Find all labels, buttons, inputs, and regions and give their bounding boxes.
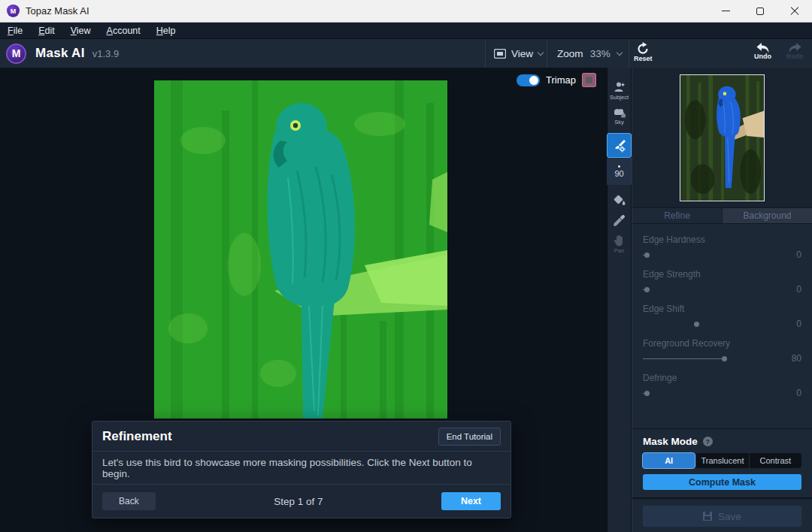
save-button[interactable]: Save bbox=[643, 506, 801, 527]
slider-knob[interactable] bbox=[722, 356, 727, 361]
header-divider bbox=[629, 39, 629, 68]
canvas-image-trimap-parrot[interactable] bbox=[154, 80, 447, 419]
menu-view[interactable]: View bbox=[71, 26, 91, 36]
undo-label: Undo bbox=[754, 53, 771, 60]
trimap-toggle[interactable] bbox=[517, 74, 540, 86]
slider-foreground-recovery: Foreground Recovery 80 bbox=[643, 338, 801, 364]
slider-value: 0 bbox=[782, 284, 801, 295]
sky-tool-button[interactable]: Sky bbox=[607, 108, 632, 125]
tutorial-dialog: Refinement End Tutorial Let's use this b… bbox=[92, 421, 511, 518]
tutorial-body-text: Let's use this bird to showcase more mas… bbox=[92, 452, 511, 485]
title-bar: M Topaz Mask AI bbox=[0, 0, 812, 23]
mask-mode-segmented-control: AI Translucent Contrast bbox=[643, 453, 801, 468]
zoom-dropdown[interactable]: Zoom 33% bbox=[557, 39, 622, 68]
trimap-control: Trimap bbox=[515, 71, 598, 89]
brush-tool-button[interactable] bbox=[607, 133, 632, 158]
menu-help[interactable]: Help bbox=[156, 26, 176, 36]
slider-value: 0 bbox=[782, 249, 801, 260]
undo-icon bbox=[755, 42, 771, 53]
slider-track[interactable] bbox=[643, 322, 770, 327]
tab-refine[interactable]: Refine bbox=[632, 208, 723, 223]
slider-value: 0 bbox=[782, 319, 801, 329]
reset-icon bbox=[636, 42, 650, 56]
header-divider bbox=[485, 39, 486, 68]
slider-track[interactable] bbox=[643, 287, 770, 292]
tutorial-footer: Back Step 1 of 7 Next bbox=[92, 485, 511, 518]
paint-bucket-icon bbox=[613, 194, 626, 207]
slider-knob[interactable] bbox=[644, 252, 650, 258]
tutorial-title: Refinement bbox=[102, 429, 172, 444]
back-button[interactable]: Back bbox=[102, 492, 156, 510]
maximize-icon bbox=[756, 8, 764, 15]
panel-tabs: Refine Background bbox=[632, 207, 812, 224]
pan-tool-button[interactable]: Pan bbox=[607, 234, 632, 254]
mask-mode-title: Mask Mode bbox=[643, 436, 698, 447]
right-panel: Refine Background Edge Hardness 0 Edge S bbox=[632, 68, 812, 532]
save-disk-icon bbox=[703, 512, 712, 521]
slider-knob[interactable] bbox=[644, 287, 650, 292]
brush-settings-icon bbox=[613, 139, 626, 153]
menu-account[interactable]: Account bbox=[107, 26, 141, 36]
end-tutorial-button[interactable]: End Tutorial bbox=[438, 428, 501, 446]
menu-file[interactable]: File bbox=[8, 26, 23, 36]
slider-track[interactable] bbox=[643, 391, 770, 396]
compute-mask-button[interactable]: Compute Mask bbox=[643, 474, 801, 490]
minimize-button[interactable] bbox=[708, 0, 743, 22]
minimize-icon bbox=[722, 11, 730, 11]
view-dropdown[interactable]: View bbox=[494, 39, 543, 68]
sky-tool-label: Sky bbox=[614, 119, 624, 125]
undo-button[interactable]: Undo bbox=[754, 42, 771, 60]
preview-thumbnail-parrot[interactable] bbox=[680, 74, 765, 201]
slider-track[interactable] bbox=[643, 356, 770, 361]
maskai-logo-icon: M bbox=[6, 44, 26, 64]
mask-mode-ai[interactable]: AI bbox=[642, 452, 695, 469]
tab-background[interactable]: Background bbox=[723, 208, 812, 223]
slider-label: Defringe bbox=[643, 373, 801, 383]
tool-strip: Subject Sky bbox=[607, 68, 632, 532]
subject-tool-button[interactable]: Subject bbox=[607, 81, 632, 101]
zoom-label: Zoom bbox=[557, 48, 583, 59]
pan-hand-icon bbox=[614, 234, 625, 246]
mask-mode-translucent[interactable]: Translucent bbox=[695, 453, 748, 468]
header-divider bbox=[547, 39, 547, 68]
reset-button[interactable]: Reset bbox=[634, 42, 653, 62]
maximize-button[interactable] bbox=[743, 0, 777, 22]
app-name: Mask AI bbox=[35, 46, 85, 61]
redo-button[interactable]: Redo bbox=[786, 42, 804, 60]
view-mode-icon bbox=[494, 49, 506, 59]
brush-size-value: 90 bbox=[614, 169, 623, 178]
slider-knob[interactable] bbox=[644, 391, 650, 396]
fill-bucket-tool-button[interactable] bbox=[607, 194, 632, 207]
help-icon[interactable]: ? bbox=[703, 437, 713, 446]
slider-knob[interactable] bbox=[694, 322, 699, 327]
brush-size-indicator[interactable]: 90 bbox=[607, 158, 632, 185]
mask-mode-section: Mask Mode ? AI Translucent Contrast Comp… bbox=[632, 428, 812, 497]
slider-value: 80 bbox=[782, 353, 801, 364]
subject-person-icon bbox=[614, 81, 626, 93]
slider-track[interactable] bbox=[643, 252, 770, 258]
slider-label: Edge Strength bbox=[643, 269, 801, 280]
slider-label: Edge Hardness bbox=[643, 234, 801, 245]
menu-edit[interactable]: Edit bbox=[38, 26, 55, 36]
close-button[interactable] bbox=[777, 0, 812, 22]
brush-size-dot-icon bbox=[618, 165, 620, 168]
chevron-down-icon bbox=[617, 49, 623, 55]
mask-mode-contrast[interactable]: Contrast bbox=[749, 453, 801, 468]
step-indicator: Step 1 of 7 bbox=[156, 496, 441, 507]
tutorial-header: Refinement End Tutorial bbox=[92, 422, 511, 452]
app-version: v1.3.9 bbox=[92, 48, 119, 59]
slider-edge-hardness: Edge Hardness 0 bbox=[643, 234, 801, 260]
slider-defringe: Defringe 0 bbox=[643, 373, 801, 398]
pan-tool-label: Pan bbox=[614, 247, 624, 254]
toggle-knob-icon bbox=[529, 76, 538, 85]
preview-section bbox=[632, 68, 812, 207]
save-label: Save bbox=[718, 511, 741, 522]
swatch-inner-icon bbox=[586, 77, 592, 83]
trimap-color-swatch[interactable] bbox=[582, 73, 596, 87]
trimap-label: Trimap bbox=[546, 74, 576, 86]
next-button[interactable]: Next bbox=[441, 492, 501, 510]
menu-bar: File Edit View Account Help bbox=[0, 23, 812, 39]
eyedropper-tool-button[interactable] bbox=[607, 214, 632, 227]
window-controls bbox=[708, 0, 812, 22]
window-title: Topaz Mask AI bbox=[26, 5, 89, 17]
